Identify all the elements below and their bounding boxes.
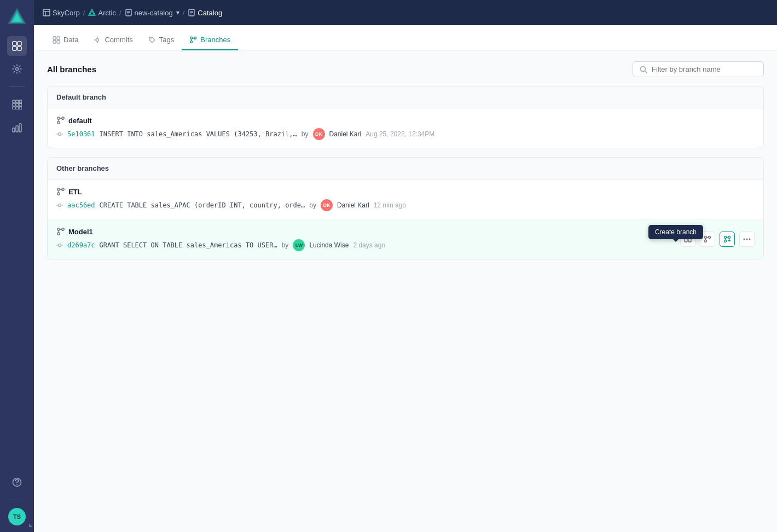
content-header: All branches (47, 61, 764, 77)
sidebar-item-browser[interactable] (7, 36, 27, 56)
svg-rect-4 (13, 42, 16, 45)
default-timestamp: Aug 25, 2022, 12:34PM (366, 130, 434, 138)
tab-data[interactable]: Data (45, 30, 86, 50)
default-branch-name: default (68, 117, 92, 125)
svg-rect-5 (18, 42, 21, 45)
breadcrumb-skycorp[interactable]: SkyCorp (43, 9, 80, 17)
sidebar-item-grid[interactable] (7, 95, 27, 114)
svg-point-74 (705, 236, 707, 239)
svg-rect-14 (19, 103, 22, 106)
tab-tags-label: Tags (159, 36, 174, 44)
main-area: SkyCorp / Arctic / new-catalog ▾ / (34, 0, 777, 532)
arctic-icon (88, 9, 96, 16)
create-branch-tooltip-label: Create branch (655, 228, 697, 236)
create-branch-icon (723, 235, 731, 243)
svg-point-51 (57, 122, 60, 124)
model1-branch-icon (56, 227, 65, 236)
model1-author-badge: LW (293, 239, 305, 251)
svg-point-22 (16, 484, 18, 485)
model1-branch-name: Model1 (68, 228, 93, 236)
catalog-icon (125, 9, 132, 16)
etl-timestamp: 12 min ago (374, 201, 406, 209)
default-commit-hash[interactable]: 5e10361 (67, 130, 95, 138)
default-commit-message: INSERT INTO sales_Americas VALUES (34253… (100, 130, 297, 138)
model1-commit-message: GRANT SELECT ON TABLE sales_Americas TO … (100, 241, 277, 249)
model1-timestamp: 2 days ago (353, 241, 385, 249)
etl-author-initials: DK (323, 203, 330, 208)
create-branch-button[interactable] (720, 232, 735, 247)
default-branch-name-line: default (56, 116, 755, 125)
svg-rect-13 (16, 103, 19, 106)
model1-branch-row: Create branch Model1 (48, 219, 763, 259)
sidebar-bottom-divider (9, 500, 25, 500)
model1-commit-hash[interactable]: d269a7c (67, 241, 95, 249)
other-branches-section-header: Other branches (48, 158, 763, 180)
default-branch-section: Default branch default (47, 86, 764, 148)
breadcrumb-arctic[interactable]: Arctic (88, 9, 116, 17)
svg-point-50 (57, 117, 60, 119)
default-branch-row: default 5e10361 INSERT INTO sales_Americ… (48, 108, 763, 148)
svg-rect-39 (57, 41, 60, 43)
create-branch-tooltip: Create branch (648, 225, 703, 239)
etl-branch-name: ETL (68, 188, 82, 196)
data-tab-icon (53, 36, 60, 44)
sidebar: TS ◣ (0, 0, 34, 532)
etl-commit-ref-icon (56, 203, 63, 208)
commit-ref-icon (56, 131, 63, 137)
svg-rect-36 (53, 37, 56, 39)
svg-point-82 (744, 239, 745, 240)
sidebar-item-help[interactable] (7, 472, 27, 492)
branch-filter-input[interactable] (652, 65, 757, 73)
breadcrumb-skycorp-label: SkyCorp (53, 9, 80, 17)
branch-search-box[interactable] (633, 61, 764, 77)
svg-rect-20 (19, 124, 21, 132)
content-area: All branches Default branch (34, 50, 777, 532)
svg-point-68 (59, 244, 61, 247)
breadcrumb-catalog-label: Catalog (198, 9, 222, 17)
commits-tab-icon (94, 36, 101, 44)
catalog-dropdown-arrow[interactable]: ▾ (176, 9, 179, 16)
breadcrumb-arctic-label: Arctic (98, 9, 116, 17)
model1-author-initials: LW (295, 242, 303, 248)
svg-point-83 (746, 239, 748, 240)
default-author-initials: DK (315, 131, 322, 137)
svg-rect-12 (13, 103, 15, 106)
default-branch-section-header: Default branch (48, 86, 763, 108)
svg-point-45 (190, 37, 193, 39)
etl-commit-hash[interactable]: aac56ed (67, 201, 95, 209)
svg-point-8 (16, 68, 19, 71)
svg-rect-16 (16, 107, 19, 109)
sidebar-item-settings[interactable] (7, 59, 27, 79)
sidebar-item-analytics[interactable] (7, 118, 27, 137)
app-logo[interactable] (7, 7, 27, 27)
svg-point-84 (749, 239, 751, 240)
tabs-row: Data Commits Tags (34, 25, 777, 50)
tab-tags[interactable]: Tags (141, 30, 182, 50)
svg-rect-38 (53, 41, 56, 43)
user-avatar[interactable]: TS (8, 508, 26, 525)
sidebar-divider (9, 86, 25, 87)
svg-point-77 (724, 236, 727, 239)
model1-commit-ref-icon (56, 242, 63, 248)
svg-rect-37 (57, 37, 60, 39)
table-icon (43, 9, 50, 16)
sidebar-bottom: TS ◣ (7, 472, 27, 525)
svg-point-58 (57, 193, 60, 195)
breadcrumb-sep-2: / (119, 9, 121, 17)
svg-point-75 (705, 240, 707, 242)
tab-branches[interactable]: Branches (182, 30, 238, 50)
search-icon (640, 66, 647, 73)
svg-point-40 (96, 38, 99, 41)
svg-point-44 (150, 38, 152, 39)
tab-data-label: Data (63, 36, 78, 44)
merge-icon (704, 235, 711, 243)
more-options-button[interactable] (739, 232, 755, 247)
svg-rect-11 (19, 100, 22, 103)
model1-author-name: Lucinda Wise (309, 241, 349, 249)
tab-commits-label: Commits (105, 36, 132, 44)
tab-commits[interactable]: Commits (86, 30, 140, 50)
breadcrumb-new-catalog[interactable]: new-catalog (125, 9, 173, 17)
etl-branch-row: ETL aac56ed CREATE TABLE sales_APAC (ord… (48, 180, 763, 219)
resize-nub: ◣ (29, 522, 33, 528)
breadcrumb-catalog[interactable]: Catalog (188, 9, 222, 17)
